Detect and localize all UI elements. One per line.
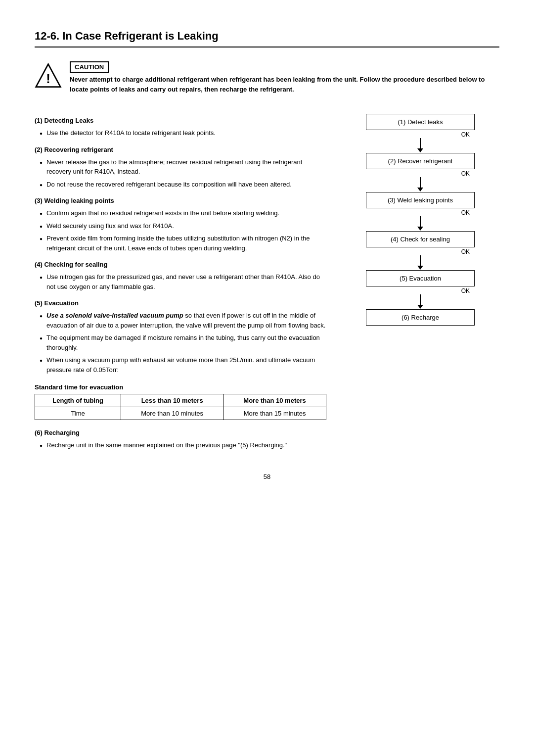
table-title: Standard time for evacuation xyxy=(35,383,326,391)
flow-step-1: (1) Detect leaks xyxy=(366,114,475,130)
section-1-bullets: Use the detector for R410A to locate ref… xyxy=(35,128,326,138)
flow-step-5: (5) Evacuation xyxy=(366,270,475,286)
bold-italic-text: Use a solenoid valve-installed vacuum pu… xyxy=(46,312,183,319)
flow-arrow-1: OK xyxy=(366,130,475,149)
flow-arrow-4: OK xyxy=(366,247,475,266)
section-3-title: (3) Welding leaking points xyxy=(35,197,326,204)
caution-icon: ! xyxy=(35,62,62,90)
list-item: When using a vacuum pump with exhaust ai… xyxy=(40,355,326,375)
col-header-more10: More than 10 meters xyxy=(223,394,326,407)
list-item: Use the detector for R410A to locate ref… xyxy=(40,128,326,138)
caution-text: Never attempt to charge additional refri… xyxy=(70,75,499,94)
cell-more10-time: More than 15 minutes xyxy=(223,407,326,420)
list-item: Prevent oxide film from forming inside t… xyxy=(40,234,326,253)
flow-arrow-2: OK xyxy=(366,169,475,188)
ok-label-4: OK xyxy=(461,248,475,255)
section-6-bullets: Recharge unit in the same manner explain… xyxy=(35,440,326,450)
ok-label-2: OK xyxy=(461,170,475,177)
ok-label-3: OK xyxy=(461,209,475,216)
flow-step-4: (4) Check for sealing xyxy=(366,231,475,247)
cell-less10-time: More than 10 minutes xyxy=(121,407,223,420)
list-item: Never release the gas to the atmosphere;… xyxy=(40,157,326,177)
list-item: Use a solenoid valve-installed vacuum pu… xyxy=(40,311,326,330)
flow-step-3: (3) Weld leaking points xyxy=(366,192,475,208)
section-1-title: (1) Detecting Leaks xyxy=(35,117,326,124)
flow-step-6: (6) Recharge xyxy=(366,309,475,326)
page-title: 12-6. In Case Refrigerant is Leaking xyxy=(35,30,499,47)
evacuation-table: Length of tubing Less than 10 meters Mor… xyxy=(35,394,326,420)
section-2-title: (2) Recovering refrigerant xyxy=(35,146,326,153)
section-5-bullets: Use a solenoid valve-installed vacuum pu… xyxy=(35,311,326,375)
section-2-bullets: Never release the gas to the atmosphere;… xyxy=(35,157,326,189)
main-layout: (1) Detecting Leaks Use the detector for… xyxy=(35,109,499,453)
caution-label: CAUTION xyxy=(70,61,109,73)
list-item: Do not reuse the recovered refrigerant b… xyxy=(40,180,326,189)
left-column: (1) Detecting Leaks Use the detector for… xyxy=(35,109,326,453)
section-6-title: (6) Recharging xyxy=(35,429,326,436)
col-header-length: Length of tubing xyxy=(35,394,121,407)
section-3-bullets: Confirm again that no residual refrigera… xyxy=(35,208,326,253)
page-number: 58 xyxy=(35,473,499,480)
table-row: Time More than 10 minutes More than 15 m… xyxy=(35,407,326,420)
col-header-less10: Less than 10 meters xyxy=(121,394,223,407)
flowchart: (1) Detect leaks OK (2) Recover refriger… xyxy=(366,114,475,326)
section-5-title: (5) Evacuation xyxy=(35,299,326,307)
evacuation-table-section: Standard time for evacuation Length of t… xyxy=(35,383,326,420)
list-item: The equipment may be damaged if moisture… xyxy=(40,333,326,352)
section-4-bullets: Use nitrogen gas for the pressurized gas… xyxy=(35,272,326,291)
flow-arrow-5: OK xyxy=(366,286,475,305)
table-header-row: Length of tubing Less than 10 meters Mor… xyxy=(35,394,326,407)
svg-text:!: ! xyxy=(46,72,50,86)
list-item: Confirm again that no residual refrigera… xyxy=(40,208,326,218)
caution-content: CAUTION Never attempt to charge addition… xyxy=(70,61,499,94)
ok-label-5: OK xyxy=(461,287,475,294)
flow-arrow-3: OK xyxy=(366,208,475,227)
list-item: Recharge unit in the same manner explain… xyxy=(40,440,326,450)
caution-box: ! CAUTION Never attempt to charge additi… xyxy=(35,61,499,94)
list-item: Use nitrogen gas for the pressurized gas… xyxy=(40,272,326,291)
flow-step-2: (2) Recover refrigerant xyxy=(366,153,475,169)
cell-time-label: Time xyxy=(35,407,121,420)
right-column-flowchart: (1) Detect leaks OK (2) Recover refriger… xyxy=(341,109,499,453)
list-item: Weld securely using flux and wax for R41… xyxy=(40,221,326,231)
section-4-title: (4) Checking for sealing xyxy=(35,261,326,268)
ok-label-1: OK xyxy=(461,131,475,138)
